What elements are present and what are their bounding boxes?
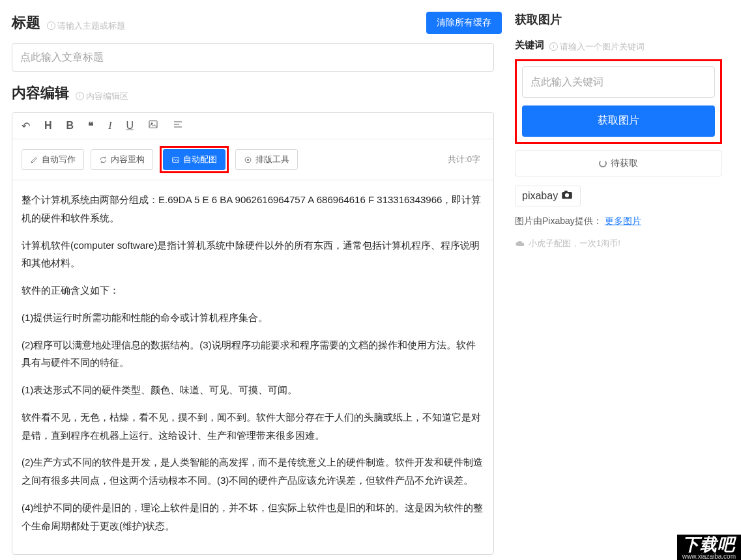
image-icon[interactable] xyxy=(148,119,158,132)
clear-cache-button[interactable]: 清除所有缓存 xyxy=(426,12,502,34)
word-count: 共计:0字 xyxy=(448,154,484,165)
layout-tool-button[interactable]: 排版工具 xyxy=(235,149,298,170)
svg-rect-0 xyxy=(149,121,157,128)
paragraph: 软件的正确含义如下： xyxy=(22,281,484,300)
undo-icon[interactable]: ↶ xyxy=(22,120,30,132)
cloud-icon xyxy=(515,240,525,247)
content-hint: i 内容编辑区 xyxy=(76,91,128,102)
restructure-button[interactable]: 内容重构 xyxy=(91,149,153,170)
paragraph: 软件看不见，无色，枯燥，看不见，摸不到，闻不到。软件大部分存在于人们的头脑或纸上… xyxy=(22,408,484,445)
svg-rect-10 xyxy=(564,191,568,193)
provider-line: 图片由Pixabay提供： 更多图片 xyxy=(515,216,722,227)
keyword-label: 关键词 xyxy=(515,39,544,51)
paragraph: 计算机软件(computer software)是指计算机系统中除硬件以外的所有… xyxy=(22,236,484,273)
auto-write-button[interactable]: 自动写作 xyxy=(22,149,84,170)
more-images-link[interactable]: 更多图片 xyxy=(605,216,641,226)
paragraph: (4)维护不同的硬件是旧的，理论上软件是旧的，并不坏，但实际上软件也是旧的和坏的… xyxy=(22,499,484,535)
underline-icon[interactable]: U xyxy=(126,120,134,132)
format-toolbar: ↶ H B ❝ I U xyxy=(12,113,493,139)
paragraph: (1)提供运行时所需功能和性能的命令或计算机程序集合。 xyxy=(22,309,484,327)
align-icon[interactable] xyxy=(173,119,183,132)
svg-point-9 xyxy=(565,193,569,197)
left-panel: 标题 i 请输入主题或标题 清除所有缓存 内容编辑 i 内容编辑区 ↶ H B … xyxy=(0,0,502,560)
fetch-status: 待获取 xyxy=(515,150,722,176)
action-toolbar: 自动写作 内容重构 自动配图 排版工具 共计:0字 xyxy=(12,139,493,180)
get-image-button[interactable]: 获取图片 xyxy=(522,105,715,137)
credit-line: 小虎子配图，一次1淘币! xyxy=(515,238,722,249)
info-icon: i xyxy=(549,42,558,51)
heading-icon[interactable]: H xyxy=(44,120,52,132)
right-panel-title: 获取图片 xyxy=(515,12,722,27)
title-section-label: 标题 xyxy=(12,13,40,33)
keyword-input[interactable] xyxy=(522,66,715,98)
editor-box: ↶ H B ❝ I U 自动写作 内 xyxy=(12,112,494,555)
pixabay-badge: pixabay xyxy=(515,186,581,206)
right-panel: 获取图片 关键词 i 请输入一个图片关键词 获取图片 待获取 pixabay 图… xyxy=(502,0,730,560)
editor-content[interactable]: 整个计算机系统由两部分组成：E.69DA 5 E 6 BA 9062616964… xyxy=(12,180,493,554)
info-icon: i xyxy=(76,92,84,100)
bold-icon[interactable]: B xyxy=(66,120,74,132)
paragraph: (2)生产方式不同的软件是开发，是人类智能的高发挥，而不是传统意义上的硬件制造。… xyxy=(22,453,484,490)
auto-image-button[interactable]: 自动配图 xyxy=(163,149,225,170)
watermark: 下载吧 www.xiazaiba.com xyxy=(677,535,741,560)
italic-icon[interactable]: I xyxy=(108,120,111,132)
content-section-label: 内容编辑 xyxy=(12,83,69,103)
keyword-hint: i 请输入一个图片关键词 xyxy=(549,41,645,53)
auto-image-highlight: 自动配图 xyxy=(160,146,229,173)
paragraph: (1)表达形式不同的硬件类型、颜色、味道、可见、可摸、可闻。 xyxy=(22,381,484,399)
article-title-input[interactable] xyxy=(12,43,494,72)
svg-point-7 xyxy=(247,159,248,160)
paragraph: (2)程序可以满意地处理信息的数据结构。(3)说明程序功能要求和程序需要的文档的… xyxy=(22,336,484,372)
title-hint: i 请输入主题或标题 xyxy=(47,20,125,32)
loading-icon xyxy=(599,160,607,167)
camera-icon xyxy=(560,190,574,201)
info-icon: i xyxy=(47,21,55,30)
keyword-header: 关键词 i 请输入一个图片关键词 xyxy=(515,39,722,53)
keyword-highlight-box: 获取图片 xyxy=(515,59,722,144)
quote-icon[interactable]: ❝ xyxy=(88,120,94,132)
title-header: 标题 i 请输入主题或标题 清除所有缓存 xyxy=(12,12,502,34)
paragraph: 整个计算机系统由两部分组成：E.69DA 5 E 6 BA 9062616964… xyxy=(22,191,484,227)
